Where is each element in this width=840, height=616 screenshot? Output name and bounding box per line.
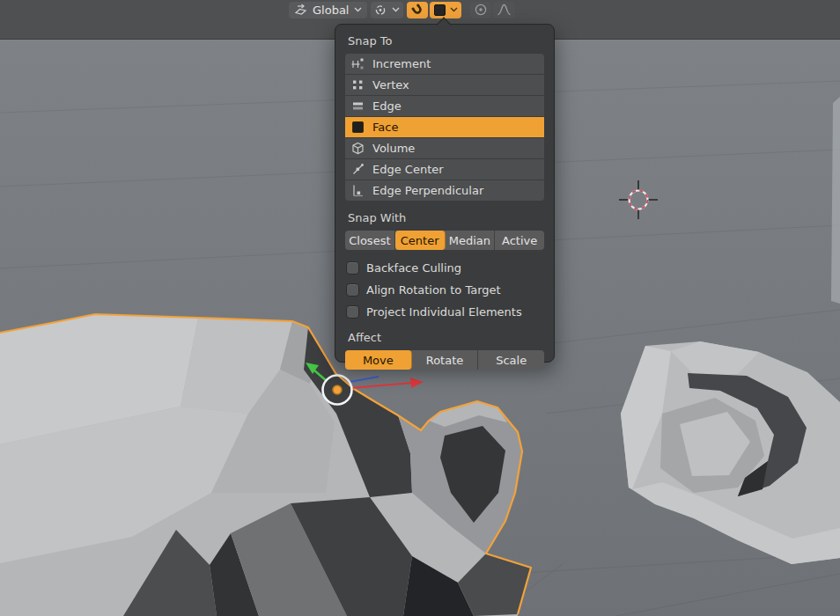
affect-section-label: Affect bbox=[348, 331, 542, 344]
snap-with-section-label: Snap With bbox=[348, 211, 542, 224]
snap-toggle-button[interactable] bbox=[407, 2, 428, 18]
snap-with-active[interactable]: Active bbox=[495, 231, 544, 250]
affect-scale[interactable]: Scale bbox=[478, 350, 544, 370]
menu-item-label: Volume bbox=[372, 142, 415, 155]
menu-item-label: Edge Center bbox=[372, 163, 444, 176]
project-individual-row[interactable]: Project Individual Elements bbox=[346, 301, 543, 323]
proportional-editing-icon bbox=[474, 3, 488, 17]
vertex-icon bbox=[351, 78, 365, 92]
snap-controls-group bbox=[407, 2, 461, 18]
snap-with-segmented-control: Closest Center Median Active bbox=[345, 231, 544, 250]
checkbox-label: Project Individual Elements bbox=[366, 305, 522, 319]
snap-face-icon bbox=[433, 4, 446, 17]
face-icon bbox=[351, 121, 365, 134]
menu-item-edge-center[interactable]: Edge Center bbox=[345, 159, 544, 180]
orientation-label: Global bbox=[311, 2, 350, 18]
menu-item-label: Edge Perpendicular bbox=[372, 184, 483, 197]
gizmo-center-dot[interactable] bbox=[333, 385, 342, 394]
backface-culling-checkbox[interactable] bbox=[346, 261, 359, 275]
menu-item-label: Edge bbox=[372, 99, 402, 113]
transform-orientation-icon bbox=[294, 4, 307, 17]
project-individual-checkbox[interactable] bbox=[346, 305, 359, 319]
menu-item-label: Vertex bbox=[372, 78, 409, 92]
affect-move[interactable]: Move bbox=[345, 350, 412, 370]
backface-culling-row[interactable]: Backface Culling bbox=[346, 257, 543, 279]
menu-item-edge[interactable]: Edge bbox=[345, 96, 544, 116]
edge-perpendicular-icon bbox=[351, 184, 365, 197]
magnet-icon bbox=[410, 3, 424, 17]
align-rotation-checkbox[interactable] bbox=[346, 283, 359, 297]
falloff-curve-icon bbox=[497, 3, 512, 17]
affect-segmented-control: Move Rotate Scale bbox=[345, 350, 544, 370]
snap-to-dropdown-button[interactable] bbox=[430, 2, 461, 18]
affect-rotate[interactable]: Rotate bbox=[412, 350, 479, 370]
snap-to-section-label: Snap To bbox=[348, 34, 542, 48]
blender-window: Global bbox=[0, 0, 840, 616]
menu-item-increment[interactable]: Increment bbox=[345, 54, 544, 74]
menu-item-edge-perpendicular[interactable]: Edge Perpendicular bbox=[345, 180, 544, 201]
snap-toolbar: Global bbox=[289, 1, 515, 18]
increment-icon bbox=[351, 57, 365, 70]
proportional-editing-group bbox=[470, 2, 515, 18]
chevron-down-icon bbox=[392, 7, 400, 12]
edge-center-icon bbox=[351, 163, 365, 176]
snap-with-median[interactable]: Median bbox=[446, 231, 496, 250]
checkbox-label: Align Rotation to Target bbox=[366, 283, 501, 297]
chevron-down-icon bbox=[450, 7, 458, 12]
snap-with-center[interactable]: Center bbox=[395, 231, 446, 250]
snap-to-menu: Increment Vertex Edge bbox=[345, 54, 544, 201]
snap-with-closest[interactable]: Closest bbox=[345, 231, 395, 250]
proportional-editing-toggle[interactable] bbox=[470, 2, 491, 18]
align-rotation-row[interactable]: Align Rotation to Target bbox=[346, 279, 543, 301]
volume-icon bbox=[351, 142, 365, 155]
menu-item-face[interactable]: Face bbox=[345, 117, 544, 137]
transform-orientation-dropdown[interactable]: Global bbox=[289, 2, 367, 18]
chevron-down-icon bbox=[354, 7, 362, 12]
menu-item-vertex[interactable]: Vertex bbox=[345, 75, 544, 95]
menu-item-label: Face bbox=[372, 121, 398, 134]
menu-item-label: Increment bbox=[372, 57, 431, 70]
checkbox-label: Backface Culling bbox=[366, 261, 461, 275]
pivot-point-icon bbox=[374, 4, 388, 17]
snap-popover: Snap To Increment Vert bbox=[335, 24, 555, 363]
snap-option-checkboxes: Backface Culling Align Rotation to Targe… bbox=[346, 257, 543, 323]
pivot-point-dropdown[interactable] bbox=[371, 2, 403, 18]
proportional-falloff-dropdown[interactable] bbox=[493, 2, 515, 18]
menu-item-volume[interactable]: Volume bbox=[345, 138, 544, 158]
edge-icon bbox=[351, 99, 365, 113]
